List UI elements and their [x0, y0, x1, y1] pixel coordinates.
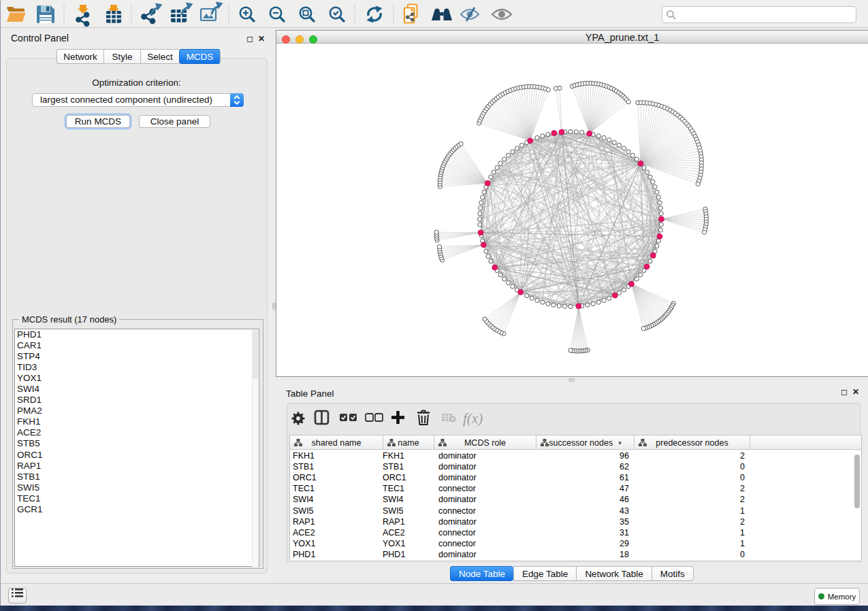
svg-text:f(x): f(x): [463, 410, 483, 427]
